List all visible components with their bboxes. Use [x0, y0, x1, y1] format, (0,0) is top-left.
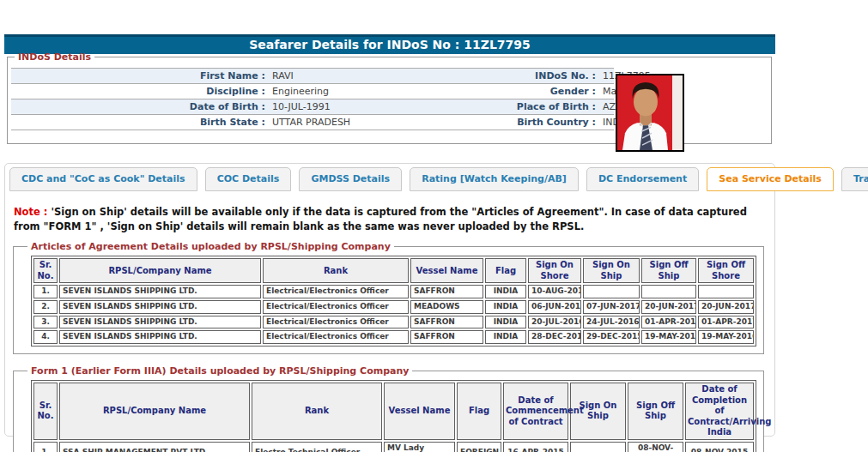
tab-cdc-coc-as-cook-details[interactable]: CDC and "CoC as Cook" Details: [9, 167, 197, 191]
tab-rating-watch-keeping-ab[interactable]: Rating [Watch Keeping/AB]: [410, 167, 579, 191]
column-header: Date of Commencement of Contract: [503, 383, 568, 440]
tab-sea-service-details[interactable]: Sea Service Details: [707, 167, 834, 191]
indos-no-label: INDoS No. :: [428, 70, 599, 81]
table-cell: 1.: [33, 442, 58, 452]
seafarer-details-page: Seafarer Details for INDoS No : 11ZL7795…: [0, 0, 868, 452]
table-cell: FOREIGN: [457, 442, 501, 452]
articles-of-agreement-legend: Articles of Agreement Details uploaded b…: [27, 241, 394, 252]
table-cell: INDIA: [485, 300, 526, 314]
column-header: Vessel Name: [384, 383, 455, 440]
form1-legend: Form 1 (Earlier Form IIIA) Details uploa…: [27, 365, 412, 377]
table-cell: SAFFRON: [410, 330, 483, 344]
sign-on-ship-note: Note : 'Sign on Ship' details will be av…: [14, 205, 766, 233]
table-cell: 29-DEC-2015: [583, 330, 640, 344]
indos-details-grid: First Name : RAVI INDoS No. : 11ZL7795 D…: [11, 68, 614, 130]
indos-details-section: INDoS Details First Name : RAVI INDoS No…: [7, 51, 772, 144]
form1-section: Form 1 (Earlier Form IIIA) Details uploa…: [13, 365, 764, 452]
column-header: Rank: [252, 383, 382, 440]
table-row: 2.SEVEN ISLANDS SHIPPING LTD.Electrical/…: [33, 300, 754, 314]
table-cell: 20-JUN-2017: [641, 300, 696, 314]
table-cell: 06-JUN-2017: [528, 300, 581, 314]
table-row: 4.SEVEN ISLANDS SHIPPING LTD.Electrical/…: [33, 330, 754, 344]
column-header: Flag: [485, 258, 526, 283]
column-header: Sr. No.: [33, 258, 58, 283]
table-cell: 2.: [33, 300, 58, 314]
column-header: Vessel Name: [410, 258, 483, 283]
discipline-label: Discipline :: [11, 86, 269, 97]
indos-details-legend: INDoS Details: [15, 51, 94, 63]
table-cell: 08-NOV-2015: [628, 442, 683, 452]
table-cell: 28-DEC-2015: [528, 330, 581, 344]
table-cell: SEVEN ISLANDS SHIPPING LTD.: [59, 285, 261, 298]
table-cell: MV Lady Rosemary: [384, 442, 455, 452]
first-name-label: First Name :: [11, 70, 269, 81]
detail-row: First Name : RAVI INDoS No. : 11ZL7795: [11, 69, 614, 84]
column-header: RPSL/Company Name: [59, 258, 261, 283]
table-cell: Electrical/Electronics Officer: [263, 316, 409, 329]
table-cell: SEVEN ISLANDS SHIPPING LTD.: [59, 316, 261, 329]
column-header: Sign On Shore: [528, 258, 581, 283]
table-cell: 4.: [33, 330, 58, 344]
table-cell: 08-NOV-2015: [685, 442, 754, 452]
column-header: Sign Off Ship: [641, 258, 696, 283]
note-prefix: Note :: [14, 206, 47, 218]
table-cell: SSA SHIP MANAGEMENT PVT LTD.: [59, 442, 250, 452]
table-cell: 3.: [33, 316, 58, 329]
tab-dc-endorsement[interactable]: DC Endorsement: [586, 167, 699, 191]
note-body: 'Sign on Ship' details will be available…: [14, 206, 747, 232]
date-of-birth-value: 10-JUL-1991: [269, 101, 428, 112]
table-cell: Electrical/Electronics Officer: [263, 330, 409, 344]
table-cell: MEADOWS: [410, 300, 483, 314]
first-name-value: RAVI: [269, 70, 428, 81]
table-cell: SEVEN ISLANDS SHIPPING LTD.: [59, 300, 261, 314]
date-of-birth-label: Date of Birth :: [11, 101, 269, 112]
table-row: 1.SSA SHIP MANAGEMENT PVT LTD.Electro Te…: [33, 442, 754, 452]
table-row: 1.SEVEN ISLANDS SHIPPING LTD.Electrical/…: [33, 285, 754, 298]
table-cell: 1.: [33, 285, 58, 298]
column-header: Flag: [457, 383, 501, 440]
table-cell: [570, 442, 626, 452]
table-cell: Electrical/Electronics Officer: [263, 285, 409, 298]
detail-row: Birth State : UTTAR PRADESH Birth Countr…: [11, 115, 614, 130]
tab-training-details[interactable]: Training Details: [841, 167, 868, 191]
place-of-birth-label: Place of Birth :: [428, 101, 599, 112]
birth-country-label: Birth Country :: [428, 117, 599, 128]
table-cell: SEVEN ISLANDS SHIPPING LTD.: [59, 330, 261, 344]
articles-of-agreement-section: Articles of Agreement Details uploaded b…: [13, 241, 764, 354]
detail-row: Date of Birth : 10-JUL-1991 Place of Bir…: [11, 99, 614, 115]
table-cell: 19-MAY-2016: [641, 330, 696, 344]
column-header: RPSL/Company Name: [59, 383, 250, 440]
table-cell: INDIA: [485, 285, 526, 298]
seafarer-photo: [616, 74, 684, 152]
seafarer-photo-graphic: [617, 75, 683, 150]
table-cell: INDIA: [485, 316, 526, 329]
gender-label: Gender :: [428, 86, 599, 97]
table-cell: 16-APR-2015: [503, 442, 568, 452]
table-header-row: Sr. No.RPSL/Company NameRankVessel NameF…: [33, 258, 754, 283]
column-header: Sign Off Shore: [698, 258, 754, 283]
tabs-panel: CDC and "CoC as Cook" Details COC Detail…: [4, 163, 775, 437]
column-header: Sign On Ship: [583, 258, 640, 283]
table-cell: [698, 285, 754, 298]
table-cell: [583, 285, 640, 298]
table-cell: SAFFRON: [410, 316, 483, 329]
table-cell: 10-AUG-2017: [528, 285, 581, 298]
table-cell: 07-JUN-2017: [583, 300, 640, 314]
table-row: 3.SEVEN ISLANDS SHIPPING LTD.Electrical/…: [33, 316, 754, 329]
birth-state-label: Birth State :: [11, 117, 269, 128]
birth-state-value: UTTAR PRADESH: [269, 117, 428, 128]
tab-gmdss-details[interactable]: GMDSS Details: [299, 167, 402, 191]
table-cell: 01-APR-2017: [698, 316, 754, 329]
column-header: Sr. No.: [33, 383, 58, 440]
table-cell: 24-JUL-2016: [583, 316, 640, 329]
table-cell: INDIA: [485, 330, 526, 344]
table-cell: SAFFRON: [410, 285, 483, 298]
column-header: Rank: [263, 258, 409, 283]
form1-table: Sr. No.RPSL/Company NameRankVessel NameF…: [31, 380, 756, 452]
tab-coc-details[interactable]: COC Details: [205, 167, 292, 191]
table-cell: 01-APR-2017: [641, 316, 696, 329]
table-cell: Electrical/Electronics Officer: [263, 300, 409, 314]
detail-row: Discipline : Engineering Gender : Male: [11, 84, 614, 99]
column-header: Date of Completion of Contract/Arriving …: [685, 383, 754, 440]
table-cell: 20-JUN-2017: [698, 300, 754, 314]
